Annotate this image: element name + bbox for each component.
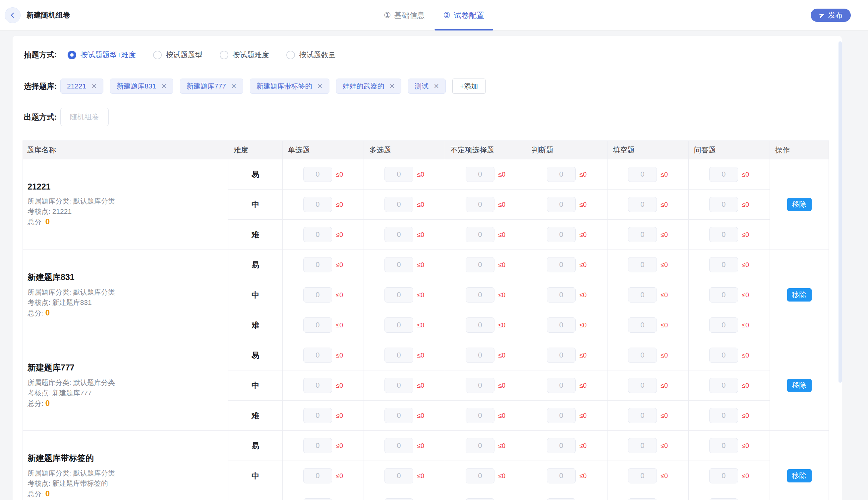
count-input[interactable] xyxy=(384,167,413,182)
count-input[interactable] xyxy=(303,167,332,182)
count-input[interactable] xyxy=(384,378,413,393)
question-count-wrap: ≤0 xyxy=(466,257,505,272)
count-input[interactable] xyxy=(466,287,495,303)
remove-bank-button[interactable]: 移除 xyxy=(787,379,812,392)
count-input[interactable] xyxy=(547,257,576,272)
count-input[interactable] xyxy=(628,227,657,242)
count-input[interactable] xyxy=(628,438,657,453)
count-input[interactable] xyxy=(628,408,657,423)
count-input[interactable] xyxy=(547,197,576,212)
count-input[interactable] xyxy=(547,227,576,242)
count-input[interactable] xyxy=(384,317,413,333)
remove-bank-button[interactable]: 移除 xyxy=(787,469,812,482)
count-input[interactable] xyxy=(547,438,576,453)
tag-close-icon[interactable]: ✕ xyxy=(161,83,167,90)
count-input[interactable] xyxy=(303,408,332,423)
radio-option[interactable]: 按试题难度 xyxy=(220,50,269,60)
count-input[interactable] xyxy=(303,498,332,500)
vertical-scrollbar[interactable] xyxy=(838,42,842,383)
count-input[interactable] xyxy=(466,468,495,484)
count-input[interactable] xyxy=(709,438,738,453)
tag-close-icon[interactable]: ✕ xyxy=(317,83,323,90)
limit-label: ≤0 xyxy=(579,472,587,480)
count-input[interactable] xyxy=(384,227,413,242)
count-input[interactable] xyxy=(303,348,332,363)
count-input[interactable] xyxy=(384,348,413,363)
count-input[interactable] xyxy=(303,468,332,484)
tag-close-icon[interactable]: ✕ xyxy=(433,83,439,90)
publish-button[interactable]: 发布 xyxy=(811,9,851,22)
question-count-wrap: ≤0 xyxy=(384,167,424,182)
count-input[interactable] xyxy=(303,438,332,453)
count-input[interactable] xyxy=(466,317,495,333)
limit-label: ≤0 xyxy=(417,231,424,239)
count-input[interactable] xyxy=(709,378,738,393)
count-input[interactable] xyxy=(384,287,413,303)
count-input[interactable] xyxy=(466,498,495,500)
count-input[interactable] xyxy=(628,287,657,303)
count-input[interactable] xyxy=(303,257,332,272)
count-input[interactable] xyxy=(547,167,576,182)
tag-close-icon[interactable]: ✕ xyxy=(91,83,97,90)
count-input[interactable] xyxy=(466,197,495,212)
action-cell: 移除 xyxy=(770,340,829,431)
remove-bank-button[interactable]: 移除 xyxy=(787,198,812,211)
count-input[interactable] xyxy=(709,227,738,242)
count-input[interactable] xyxy=(547,348,576,363)
count-input[interactable] xyxy=(547,468,576,484)
count-input[interactable] xyxy=(628,468,657,484)
tab-paper-config[interactable]: ② 试卷配置 xyxy=(435,0,493,31)
count-input[interactable] xyxy=(466,227,495,242)
count-input[interactable] xyxy=(303,317,332,333)
count-input[interactable] xyxy=(466,408,495,423)
count-input[interactable] xyxy=(709,348,738,363)
count-input[interactable] xyxy=(547,408,576,423)
count-input[interactable] xyxy=(303,378,332,393)
radio-option[interactable]: 按试题数量 xyxy=(286,50,336,60)
count-input[interactable] xyxy=(384,197,413,212)
count-input[interactable] xyxy=(384,438,413,453)
add-bank-button[interactable]: +添加 xyxy=(452,79,486,94)
count-input[interactable] xyxy=(466,257,495,272)
count-input[interactable] xyxy=(628,317,657,333)
count-input[interactable] xyxy=(709,167,738,182)
count-input[interactable] xyxy=(547,498,576,500)
question-count-cell: ≤0 xyxy=(526,340,608,371)
count-input[interactable] xyxy=(303,287,332,303)
question-count-cell: ≤0 xyxy=(445,401,526,431)
count-input[interactable] xyxy=(628,167,657,182)
count-input[interactable] xyxy=(384,257,413,272)
tag-close-icon[interactable]: ✕ xyxy=(231,83,237,90)
count-input[interactable] xyxy=(466,167,495,182)
count-input[interactable] xyxy=(709,408,738,423)
count-input[interactable] xyxy=(709,257,738,272)
count-input[interactable] xyxy=(466,378,495,393)
count-input[interactable] xyxy=(709,317,738,333)
count-input[interactable] xyxy=(709,468,738,484)
count-input[interactable] xyxy=(547,287,576,303)
count-input[interactable] xyxy=(628,378,657,393)
radio-option[interactable]: 按试题题型 xyxy=(153,50,203,60)
count-input[interactable] xyxy=(547,317,576,333)
count-input[interactable] xyxy=(628,197,657,212)
count-input[interactable] xyxy=(303,227,332,242)
count-input[interactable] xyxy=(384,498,413,500)
count-input[interactable] xyxy=(384,468,413,484)
count-input[interactable] xyxy=(709,197,738,212)
tab-basic-info[interactable]: ① 基础信息 xyxy=(375,0,433,31)
count-input[interactable] xyxy=(303,197,332,212)
radio-option[interactable]: 按试题题型+难度 xyxy=(68,50,136,60)
count-input[interactable] xyxy=(466,438,495,453)
count-input[interactable] xyxy=(628,348,657,363)
count-input[interactable] xyxy=(709,498,738,500)
count-input[interactable] xyxy=(628,257,657,272)
count-input[interactable] xyxy=(384,408,413,423)
count-input[interactable] xyxy=(466,348,495,363)
remove-bank-button[interactable]: 移除 xyxy=(787,288,812,302)
count-input[interactable] xyxy=(709,287,738,303)
back-button[interactable] xyxy=(5,7,21,23)
tag-close-icon[interactable]: ✕ xyxy=(390,83,395,90)
count-input[interactable] xyxy=(547,378,576,393)
question-count-wrap: ≤0 xyxy=(466,498,505,500)
count-input[interactable] xyxy=(628,498,657,500)
